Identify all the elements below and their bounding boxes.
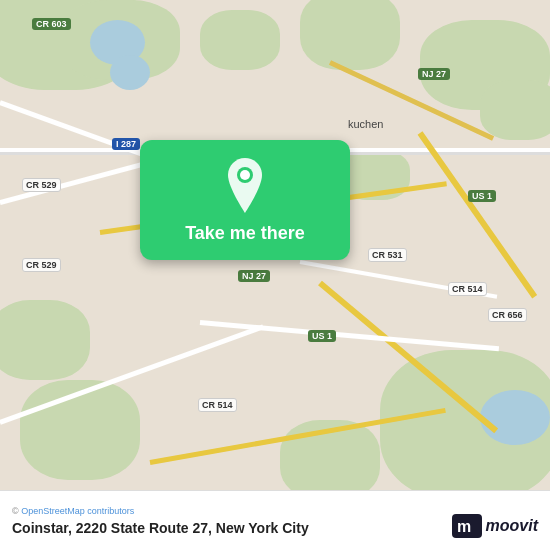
location-pin-icon xyxy=(221,158,269,213)
moovit-brand-text: moovit xyxy=(486,517,538,535)
moovit-logo: m moovit xyxy=(452,514,538,538)
cr514-right-label: CR 514 xyxy=(448,282,487,296)
nj27-mid-label: NJ 27 xyxy=(238,270,270,282)
svg-point-1 xyxy=(240,170,250,180)
green-area xyxy=(300,0,400,70)
take-me-there-button[interactable]: Take me there xyxy=(185,223,305,244)
map-container: CR 603 I 287 NJ 27 US 1 CR 529 CR 529 NJ… xyxy=(0,0,550,490)
water-area xyxy=(480,390,550,445)
cr656-label: CR 656 xyxy=(488,308,527,322)
moovit-m-icon: m xyxy=(452,514,482,538)
green-area xyxy=(200,10,280,70)
cr529-top-label: CR 529 xyxy=(22,178,61,192)
green-area xyxy=(480,80,550,140)
cr603-label: CR 603 xyxy=(32,18,71,30)
green-area xyxy=(0,300,90,380)
us1-right-label: US 1 xyxy=(468,190,496,202)
cr531-label: CR 531 xyxy=(368,248,407,262)
us1-right-road xyxy=(418,131,538,298)
town-label: kuchen xyxy=(348,118,383,130)
nj27-top-label: NJ 27 xyxy=(418,68,450,80)
water-area xyxy=(110,55,150,90)
svg-text:m: m xyxy=(457,518,471,535)
location-text: Coinstar, 2220 State Route 27, New York … xyxy=(12,520,309,536)
cr514-bot-label: CR 514 xyxy=(198,398,237,412)
openstreetmap-link[interactable]: OpenStreetMap contributors xyxy=(21,506,134,516)
bottom-bar: © OpenStreetMap contributors Coinstar, 2… xyxy=(0,490,550,550)
copyright-symbol: © xyxy=(12,506,19,516)
take-me-there-card[interactable]: Take me there xyxy=(140,140,350,260)
us1-bot-label: US 1 xyxy=(308,330,336,342)
cr529-bot-label: CR 529 xyxy=(22,258,61,272)
i287-label: I 287 xyxy=(112,138,140,150)
